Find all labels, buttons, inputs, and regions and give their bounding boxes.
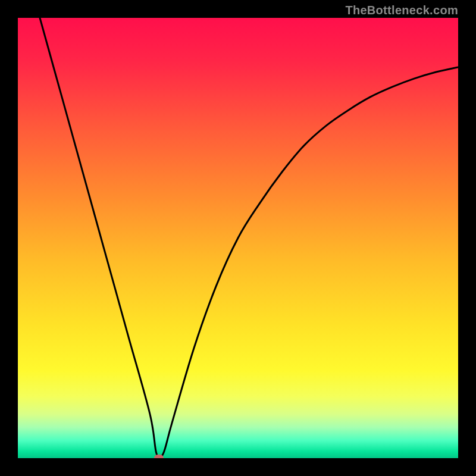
plot-area — [18, 18, 458, 458]
optimal-point-marker — [154, 455, 164, 458]
chart-container: TheBottleneck.com — [0, 0, 476, 476]
chart-svg — [18, 18, 458, 458]
watermark-text: TheBottleneck.com — [345, 4, 458, 17]
